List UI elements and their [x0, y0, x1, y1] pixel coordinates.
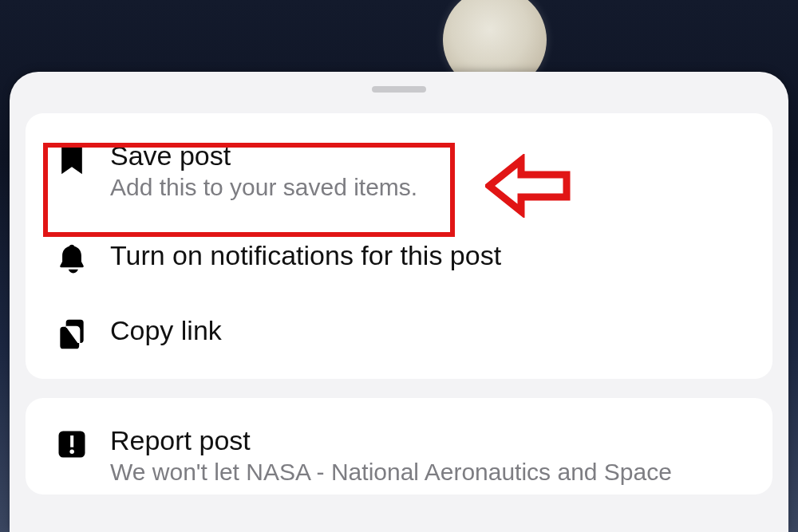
menu-item-copy-link[interactable]: Copy link — [26, 296, 772, 371]
bookmark-icon — [48, 140, 96, 177]
menu-item-report-post[interactable]: Report post We won't let NASA - National… — [26, 406, 772, 487]
menu-item-title: Report post — [110, 425, 745, 456]
svg-point-2 — [69, 450, 74, 455]
menu-item-subtitle: Add this to your saved items. — [110, 173, 745, 202]
menu-item-subtitle: We won't let NASA - National Aeronautics… — [110, 458, 745, 487]
sheet-drag-handle[interactable] — [372, 86, 426, 93]
bell-icon — [48, 240, 96, 277]
copy-icon — [48, 315, 96, 352]
report-icon — [48, 425, 96, 462]
menu-item-notifications[interactable]: Turn on notifications for this post — [26, 221, 772, 296]
menu-item-text: Copy link — [110, 315, 745, 346]
menu-item-title: Save post — [110, 140, 745, 171]
bottom-sheet: Save post Add this to your saved items. … — [10, 72, 788, 532]
menu-item-text: Save post Add this to your saved items. — [110, 140, 745, 202]
svg-rect-1 — [70, 435, 73, 447]
menu-item-text: Turn on notifications for this post — [110, 240, 745, 271]
options-card-1: Save post Add this to your saved items. … — [26, 113, 772, 379]
menu-item-title: Copy link — [110, 315, 745, 346]
menu-item-title: Turn on notifications for this post — [110, 240, 745, 271]
options-card-2: Report post We won't let NASA - National… — [26, 398, 772, 495]
menu-item-text: Report post We won't let NASA - National… — [110, 425, 745, 487]
menu-item-save-post[interactable]: Save post Add this to your saved items. — [26, 121, 772, 221]
